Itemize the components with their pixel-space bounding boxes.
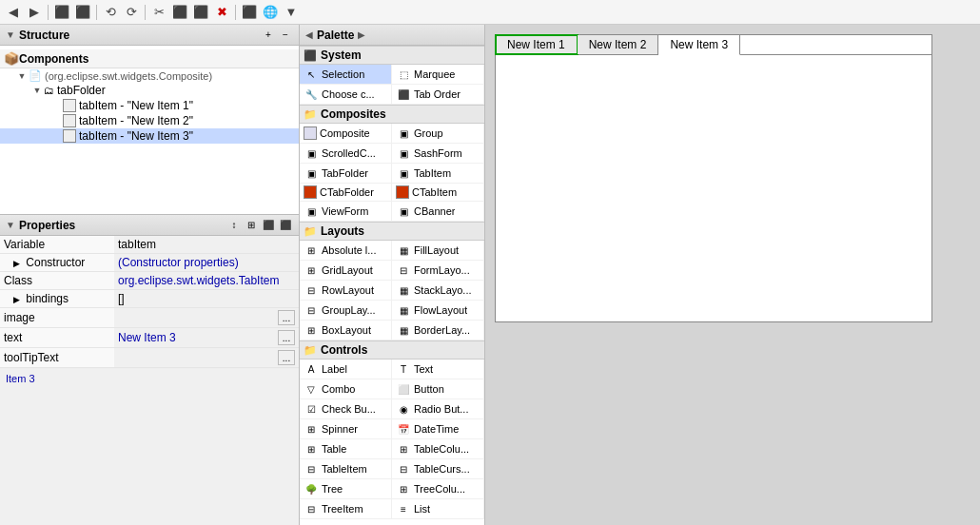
palette-item-checkbu[interactable]: ☑ Check Bu...	[300, 399, 392, 419]
palette-item-button[interactable]: ⬜ Button	[392, 379, 484, 399]
label-pi-label: Label	[322, 363, 347, 375]
main-area: ▼ Structure + − 📦 Components ▼ 📄	[0, 25, 980, 525]
palette-item-tableitem[interactable]: ⊟ TableItem	[300, 459, 392, 479]
palette-item-choose[interactable]: 🔧 Choose c...	[300, 85, 392, 105]
prop-bindings-value[interactable]: []	[114, 290, 299, 308]
props-collapse-icon[interactable]: ▼	[6, 220, 15, 230]
palette-item-taborder[interactable]: ⬛ Tab Order	[392, 85, 484, 105]
palette-item-boxlayout[interactable]: ⊞ BoxLayout	[300, 321, 392, 340]
palette-item-absolutel[interactable]: ⊞ Absolute l...	[300, 241, 392, 261]
prop-image-value[interactable]: ...	[114, 308, 299, 328]
tree-org-row[interactable]: ▼ 📄 (org.eclipse.swt.widgets.Composite)	[0, 68, 299, 83]
toolbar-web[interactable]: 🌐	[261, 3, 280, 22]
palette-section-system-header[interactable]: ⬛ System	[300, 46, 484, 65]
structure-collapse-icon[interactable]: ▼	[6, 29, 15, 40]
palette-item-radiobut[interactable]: ◉ Radio But...	[392, 399, 484, 419]
prop-text-row: text New Item 3 ...	[0, 328, 299, 348]
palette-item-selection[interactable]: ↖ Selection	[300, 65, 392, 85]
props-action1[interactable]: ↕	[226, 218, 242, 233]
palette-item-tablecolu[interactable]: ⊞ TableColu...	[392, 439, 484, 459]
palette-item-text[interactable]: T Text	[392, 360, 484, 379]
toolbar-btn2[interactable]: ⬛	[73, 3, 92, 22]
tree-item3-row[interactable]: tabItem - "New Item 3"	[0, 128, 299, 144]
prop-tooltip-name: toolTipText	[0, 348, 114, 368]
palette-section-controls-header[interactable]: 📁 Controls	[300, 340, 484, 360]
palette-item-gridlayout[interactable]: ⊞ GridLayout	[300, 261, 392, 281]
palette-item-cbanner[interactable]: ▣ CBanner	[392, 202, 484, 222]
bindings-expand-icon[interactable]: ▶	[13, 295, 20, 304]
palette-item-scrolledc[interactable]: ▣ ScrolledC...	[300, 144, 392, 164]
palette-item-rowlayout[interactable]: ⊟ RowLayout	[300, 281, 392, 301]
palette-item-group[interactable]: ▣ Group	[392, 124, 484, 144]
palette-item-list[interactable]: ≡ List	[392, 499, 484, 519]
palette-item-flowlayout[interactable]: ▦ FlowLayout	[392, 301, 484, 321]
palette-item-borderlayout[interactable]: ▦ BorderLay...	[392, 321, 484, 340]
palette-section-layouts-header[interactable]: 📁 Layouts	[300, 222, 484, 241]
palette-item-composite[interactable]: Composite	[300, 124, 392, 144]
palette-item-treeitem[interactable]: ⊟ TreeItem	[300, 499, 392, 519]
toolbar-back[interactable]: ◀	[4, 3, 23, 22]
prop-variable-value[interactable]: tabItem	[114, 236, 299, 254]
absolutel-label: Absolute l...	[322, 244, 376, 256]
tree-item1-row[interactable]: tabItem - "New Item 1"	[0, 98, 299, 113]
prop-image-name: image	[0, 308, 114, 328]
prop-class-value[interactable]: org.eclipse.swt.widgets.TabItem	[114, 272, 299, 290]
expand-icon[interactable]: ▶	[13, 259, 20, 268]
tab-newitem2[interactable]: New Item 2	[578, 35, 659, 54]
palette-item-table[interactable]: ⊞ Table	[300, 439, 392, 459]
palette-item-tablecurs[interactable]: ⊟ TableCurs...	[392, 459, 484, 479]
tooltip-ellipsis-btn[interactable]: ...	[278, 350, 295, 365]
prop-text-value[interactable]: New Item 3 ...	[114, 328, 299, 348]
palette-item-tabfolder[interactable]: ▣ TabFolder	[300, 164, 392, 184]
props-action4[interactable]: ⬛	[278, 218, 293, 233]
props-action2[interactable]: ⊞	[244, 218, 259, 233]
toolbar-grid[interactable]: ⬛	[240, 3, 259, 22]
toolbar-delete[interactable]: ✖	[212, 3, 231, 22]
toolbar-redo[interactable]: ⟳	[122, 3, 141, 22]
props-action3[interactable]: ⬛	[261, 218, 276, 233]
tab-newitem3[interactable]: New Item 3	[658, 35, 740, 55]
boxlayout-label: BoxLayout	[322, 324, 371, 336]
tree-item2-row[interactable]: tabItem - "New Item 2"	[0, 113, 299, 128]
toolbar-paste[interactable]: ⬛	[191, 3, 210, 22]
palette-item-datetime[interactable]: 📅 DateTime	[392, 419, 484, 439]
toolbar-undo[interactable]: ⟲	[101, 3, 120, 22]
palette-item-filllayout[interactable]: ▦ FillLayout	[392, 241, 484, 261]
palette-item-tree[interactable]: 🌳 Tree	[300, 479, 392, 499]
palette-item-ctabfolder[interactable]: CTabFolder	[300, 184, 392, 202]
tree-toggle-org[interactable]: ▼	[15, 71, 29, 81]
tab-newitem1[interactable]: New Item 1	[496, 35, 578, 54]
palette-item-spinner[interactable]: ⊞ Spinner	[300, 419, 392, 439]
tree-tabfolder-row[interactable]: ▼ 🗂 tabFolder	[0, 83, 299, 98]
palette-item-viewform[interactable]: ▣ ViewForm	[300, 202, 392, 222]
selection-label: Selection	[322, 68, 364, 80]
prop-constructor-value[interactable]: (Constructor properties)	[114, 254, 299, 272]
toolbar-btn1[interactable]: ⬛	[52, 3, 71, 22]
palette-item-label[interactable]: A Label	[300, 360, 392, 379]
toolbar-copy[interactable]: ⬛	[170, 3, 189, 22]
structure-action1[interactable]: +	[261, 28, 276, 43]
prop-tooltip-value[interactable]: ...	[114, 348, 299, 368]
palette-item-formlayout[interactable]: ⊟ FormLayo...	[392, 261, 484, 281]
palette-item-treecolu[interactable]: ⊞ TreeColu...	[392, 479, 484, 499]
toolbar-extra[interactable]: ▼	[282, 3, 301, 22]
palette-item-stacklayout[interactable]: ▦ StackLayo...	[392, 281, 484, 301]
structure-action2[interactable]: −	[278, 28, 293, 43]
palette-expand-icon[interactable]: ▶	[358, 29, 365, 40]
palette-item-marquee[interactable]: ⬚ Marquee	[392, 65, 484, 85]
image-ellipsis-btn[interactable]: ...	[278, 310, 295, 325]
palette-item-sashform[interactable]: ▣ SashForm	[392, 144, 484, 164]
palette-item-ctabitem[interactable]: CTabItem	[392, 184, 484, 202]
palette-item-grouplayout[interactable]: ⊟ GroupLay...	[300, 301, 392, 321]
toolbar-forward[interactable]: ▶	[25, 3, 44, 22]
palette-section-composites-header[interactable]: 📁 Composites	[300, 105, 484, 124]
table-pi-icon: ⊞	[304, 441, 319, 457]
text-ellipsis-btn[interactable]: ...	[278, 330, 295, 345]
composite-label: Composite	[320, 127, 370, 139]
toolbar-cut[interactable]: ✂	[149, 3, 168, 22]
palette-collapse-icon[interactable]: ◀	[305, 29, 313, 40]
palette-item-combo[interactable]: ▽ Combo	[300, 379, 392, 399]
tree-toggle-tabfolder[interactable]: ▼	[30, 86, 44, 95]
list-pi-label: List	[414, 503, 430, 515]
palette-item-tabitem[interactable]: ▣ TabItem	[392, 164, 484, 184]
